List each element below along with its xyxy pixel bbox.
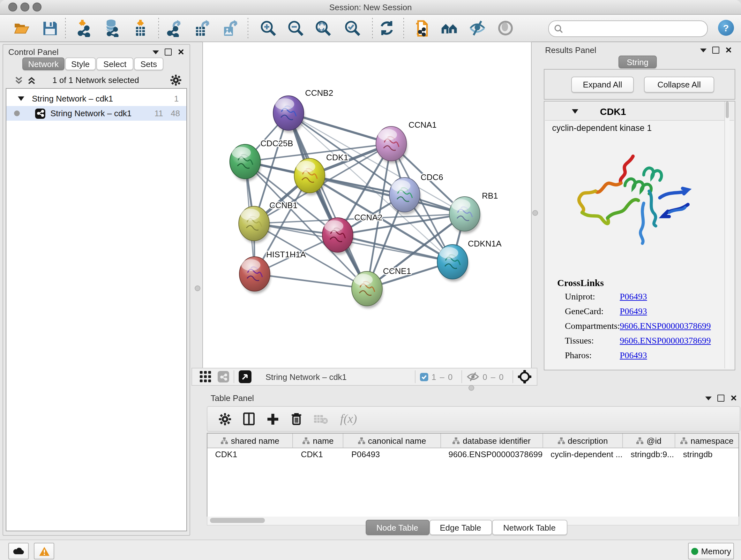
network-node-CDKN1A[interactable]: CDKN1A xyxy=(437,239,502,282)
warnings-button[interactable] xyxy=(34,543,54,559)
zoom-out-button[interactable] xyxy=(286,19,305,37)
tab-edge-table[interactable]: Edge Table xyxy=(429,520,492,535)
cell-name: CDK1 xyxy=(293,448,344,461)
show-hide-button[interactable] xyxy=(468,19,486,37)
network-share-mode-icon[interactable] xyxy=(218,371,229,382)
control-panel-float-button[interactable] xyxy=(165,49,172,56)
main-toolbar: ? xyxy=(0,15,741,42)
export-table-icon xyxy=(193,19,211,37)
search-icon xyxy=(554,24,563,33)
control-panel-menu-button[interactable] xyxy=(152,50,159,54)
toolbar-search-field[interactable] xyxy=(548,20,708,37)
hidden-eye-slash-icon[interactable] xyxy=(467,372,479,382)
crosslink-genecard[interactable]: P06493 xyxy=(620,307,647,317)
network-view-canvas[interactable]: CCNB2CCNA1CDC25BCDK1CDC6RB1CCNB1CCNA2CDK… xyxy=(202,42,532,368)
add-column-icon[interactable] xyxy=(267,413,279,425)
collection-expander-icon[interactable] xyxy=(18,97,24,101)
network-options-gear-icon[interactable] xyxy=(171,75,181,85)
tab-select[interactable]: Select xyxy=(96,57,133,70)
import-table-button[interactable] xyxy=(133,19,151,37)
open-session-button[interactable] xyxy=(13,19,30,37)
eye-button[interactable] xyxy=(496,19,515,37)
column-type-icon xyxy=(453,437,460,444)
column-header-database-identifier[interactable]: database identifier xyxy=(441,434,543,448)
network-row[interactable]: String Network – cdk1 11 48 xyxy=(6,106,186,121)
function-builder-icon[interactable]: f(x) xyxy=(340,412,357,426)
crosslink-uniprot[interactable]: P06493 xyxy=(620,292,647,302)
open-folder-icon xyxy=(13,20,30,37)
collection-label: String Network – cdk1 xyxy=(32,94,113,104)
control-panel: Control Panel ✕ Network Style Select Set… xyxy=(3,44,190,536)
export-image-button[interactable] xyxy=(221,19,239,37)
cell-id: stringdb:9... xyxy=(623,448,675,461)
tab-node-table[interactable]: Node Table xyxy=(365,520,429,535)
network-node-RB1[interactable]: RB1 xyxy=(449,191,498,234)
crosslink-tissues[interactable]: 9606.ENSP00000378699 xyxy=(620,336,711,346)
column-type-icon xyxy=(636,437,643,444)
column-header-canonical-name[interactable]: canonical name xyxy=(344,434,441,448)
expand-all-button[interactable]: Expand All xyxy=(571,77,634,92)
title-bar[interactable]: Session: New Session xyxy=(0,0,741,15)
crosslink-compartments[interactable]: 9606.ENSP00000378699 xyxy=(620,321,711,331)
save-session-button[interactable] xyxy=(41,19,59,37)
column-header-name[interactable]: name xyxy=(293,434,344,448)
crosslink-label: Tissues: xyxy=(565,336,594,346)
selected-nodes-checkbox[interactable] xyxy=(420,373,428,381)
zoom-selected-button[interactable] xyxy=(343,19,361,37)
results-tab-string[interactable]: String xyxy=(618,56,657,68)
column-header-namespace[interactable]: namespace xyxy=(675,434,738,448)
collection-count: 1 xyxy=(174,94,179,104)
tab-network-table[interactable]: Network Table xyxy=(492,520,567,535)
help-button[interactable]: ? xyxy=(718,20,734,36)
memory-button[interactable]: Memory xyxy=(688,543,734,559)
network-node-CCNE1[interactable]: CCNE1 xyxy=(352,266,411,308)
results-panel-menu-button[interactable] xyxy=(700,48,706,52)
cloud-status-button[interactable] xyxy=(8,543,29,559)
table-options-gear-icon[interactable] xyxy=(219,413,231,425)
results-panel-float-button[interactable] xyxy=(712,47,719,54)
export-network-button[interactable] xyxy=(166,19,184,37)
first-neighbors-button[interactable] xyxy=(412,19,430,37)
results-panel-close-button[interactable]: ✕ xyxy=(725,47,732,53)
left-splitter-handle[interactable] xyxy=(195,286,200,291)
delete-table-icon[interactable] xyxy=(314,414,328,424)
control-panel-close-button[interactable]: ✕ xyxy=(178,49,185,55)
table-panel-menu-button[interactable] xyxy=(705,396,712,400)
table-panel-float-button[interactable] xyxy=(718,395,724,401)
network-node-HIST1H1A[interactable]: HIST1H1A xyxy=(239,250,306,294)
table-panel-close-button[interactable]: ✕ xyxy=(730,395,737,401)
node-table[interactable]: shared name name canonical name database… xyxy=(207,433,739,517)
results-scrollbar[interactable] xyxy=(724,102,730,368)
fit-crosshair-icon[interactable] xyxy=(518,370,532,384)
home-button[interactable] xyxy=(441,19,458,37)
tab-style[interactable]: Style xyxy=(65,57,96,70)
collapse-all-button[interactable]: Collapse All xyxy=(644,77,714,92)
right-splitter-handle[interactable] xyxy=(532,210,538,216)
gene-expander-icon[interactable] xyxy=(572,109,578,113)
zoom-in-button[interactable] xyxy=(259,19,277,37)
application-window: Session: New Session xyxy=(0,0,741,560)
tab-sets[interactable]: Sets xyxy=(134,57,163,70)
network-collection-row[interactable]: String Network – cdk1 1 xyxy=(6,91,186,106)
grid-mode-icon[interactable] xyxy=(200,371,211,382)
tab-network[interactable]: Network xyxy=(22,57,64,70)
export-table-button[interactable] xyxy=(193,19,211,37)
network-node-CDC6[interactable]: CDC6 xyxy=(389,172,443,214)
zoom-fit-button[interactable] xyxy=(314,19,332,37)
column-header-id[interactable]: @id xyxy=(623,434,675,448)
refresh-button[interactable] xyxy=(378,19,396,37)
birds-eye-view-button[interactable] xyxy=(239,370,252,383)
crosslink-pharos[interactable]: P06493 xyxy=(620,351,647,361)
column-header-shared-name[interactable]: shared name xyxy=(207,434,293,448)
node-label-CDC25B: CDC25B xyxy=(260,138,293,148)
node-label-CDKN1A: CDKN1A xyxy=(468,239,502,248)
import-network-from-database-button[interactable] xyxy=(104,19,121,37)
toolbar-divider xyxy=(248,18,248,38)
show-columns-icon[interactable] xyxy=(243,413,255,425)
delete-column-icon[interactable] xyxy=(291,413,302,425)
import-network-from-file-button[interactable] xyxy=(77,19,94,37)
table-row[interactable]: CDK1 CDK1 P06493 9606.ENSP00000378699 cy… xyxy=(207,448,738,461)
column-header-description[interactable]: description xyxy=(543,434,623,448)
column-type-icon xyxy=(302,437,310,444)
table-panel: Table Panel ✕ f(x) shared name name cano… xyxy=(192,389,741,538)
